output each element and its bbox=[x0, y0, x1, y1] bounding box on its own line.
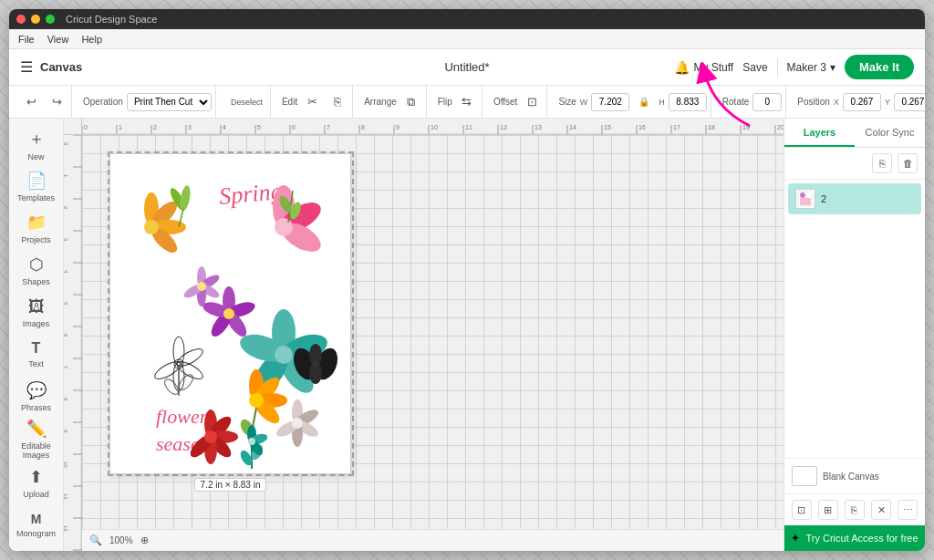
svg-point-104 bbox=[174, 346, 205, 369]
position-section: Position X Y bbox=[794, 86, 925, 118]
sidebar-item-editable[interactable]: ✏️ Editable Images bbox=[13, 419, 60, 460]
design-elements-svg: Spring flower season bbox=[110, 154, 352, 475]
svg-text:10: 10 bbox=[431, 124, 438, 130]
tab-layers[interactable]: Layers bbox=[784, 119, 855, 147]
sidebar-item-upload[interactable]: ⬆ Upload bbox=[13, 463, 60, 502]
sidebar-item-images[interactable]: 🖼 Images bbox=[13, 294, 60, 332]
svg-text:6: 6 bbox=[292, 124, 296, 130]
bell-icon: 🔔 bbox=[674, 60, 690, 75]
ruler-v-svg: 0123456789101112131415 bbox=[64, 135, 82, 551]
group-button[interactable]: ⊡ bbox=[792, 500, 812, 520]
svg-text:6: 6 bbox=[64, 334, 68, 337]
sidebar-editable-label: Editable Images bbox=[13, 441, 60, 460]
ruler-h-svg: 01234567891011121314151617181920 bbox=[82, 119, 784, 135]
undo-button[interactable]: ↩ bbox=[20, 91, 42, 113]
maker-label: Maker 3 bbox=[787, 61, 826, 74]
maker-select-button[interactable]: Maker 3 ▾ bbox=[787, 61, 835, 74]
svg-text:5: 5 bbox=[257, 124, 261, 130]
save-button[interactable]: Save bbox=[742, 61, 767, 74]
sidebar-item-text[interactable]: T Text bbox=[13, 335, 60, 373]
panel-spacer bbox=[784, 218, 925, 458]
arrange-button[interactable]: ⧉ bbox=[400, 91, 422, 113]
canvas-workspace[interactable]: Spring flower season bbox=[82, 135, 784, 529]
size-width-input[interactable] bbox=[591, 93, 629, 111]
hamburger-icon[interactable]: ☰ bbox=[20, 58, 33, 76]
menu-view[interactable]: View bbox=[47, 34, 69, 45]
sidebar-item-new[interactable]: ＋ New bbox=[13, 126, 60, 164]
menu-help[interactable]: Help bbox=[81, 34, 102, 45]
canvas-area[interactable]: 01234567891011121314151617181920 // Gene… bbox=[64, 119, 784, 551]
header-right: 🔔 My Stuff Save Maker 3 ▾ Make It bbox=[674, 55, 914, 79]
edit-copy-button[interactable]: ⎘ bbox=[327, 91, 348, 113]
svg-point-83 bbox=[144, 220, 159, 234]
flip-label: Flip bbox=[438, 97, 452, 107]
maximize-dot[interactable] bbox=[46, 15, 55, 24]
notification-button[interactable]: 🔔 My Stuff bbox=[674, 60, 733, 75]
sidebar-monogram-label: Monogram bbox=[16, 529, 56, 538]
layer-toolbar: ⎘ 🗑 bbox=[784, 148, 925, 180]
sidebar-item-shapes[interactable]: ⬡ Shapes bbox=[13, 252, 60, 290]
operation-select[interactable]: Print Then Cut bbox=[127, 93, 212, 111]
size-height-input[interactable] bbox=[669, 93, 707, 111]
svg-point-111 bbox=[177, 372, 196, 392]
offset-section: Offset ⊡ bbox=[490, 86, 548, 118]
svg-text:14: 14 bbox=[569, 124, 576, 130]
svg-text:4: 4 bbox=[223, 124, 226, 130]
duplicate-button[interactable]: ⎘ bbox=[845, 500, 865, 520]
size-h-label: H bbox=[659, 98, 665, 107]
layer-item[interactable]: 2 bbox=[788, 183, 921, 214]
header-divider bbox=[777, 58, 778, 77]
new-icon: ＋ bbox=[28, 128, 45, 150]
redo-button[interactable]: ↪ bbox=[46, 91, 67, 113]
position-x-input[interactable] bbox=[843, 93, 881, 111]
edit-cut-button[interactable]: ✂ bbox=[301, 91, 323, 113]
lock-ratio-button[interactable]: 🔒 bbox=[633, 91, 655, 113]
history-section: ↩ ↪ bbox=[16, 86, 72, 118]
ungroup-button[interactable]: ⊞ bbox=[818, 500, 838, 520]
app-header: ☰ Canvas Untitled* 🔔 My Stuff Save Maker… bbox=[9, 49, 925, 86]
svg-point-155 bbox=[800, 192, 805, 198]
delete-button[interactable]: ✕ bbox=[871, 500, 891, 520]
offset-button[interactable]: ⊡ bbox=[521, 91, 543, 113]
position-y-input[interactable] bbox=[894, 93, 925, 111]
make-it-button[interactable]: Make It bbox=[845, 55, 914, 79]
offset-label: Offset bbox=[493, 97, 518, 107]
svg-text:11: 11 bbox=[64, 493, 68, 500]
sidebar-new-label: New bbox=[27, 152, 44, 161]
rotate-input[interactable] bbox=[752, 93, 782, 111]
canvas-label: Canvas bbox=[40, 60, 82, 74]
sidebar-item-templates[interactable]: 📄 Templates bbox=[13, 168, 60, 206]
left-sidebar: ＋ New 📄 Templates 📁 Projects ⬡ Shapes 🖼 … bbox=[9, 119, 64, 551]
flip-h-button[interactable]: ⇆ bbox=[456, 91, 478, 113]
try-cricut-banner[interactable]: ✦ Try Cricut Access for free bbox=[784, 525, 925, 551]
window-title: Cricut Design Space bbox=[66, 14, 157, 25]
size-w-label: W bbox=[580, 98, 588, 107]
templates-icon: 📄 bbox=[26, 171, 47, 191]
sidebar-templates-label: Templates bbox=[17, 193, 55, 202]
sidebar-item-projects[interactable]: 📁 Projects bbox=[13, 210, 60, 248]
delete-layer-button[interactable]: 🗑 bbox=[898, 153, 918, 173]
sidebar-item-phrases[interactable]: 💬 Phrases bbox=[13, 377, 60, 415]
minimize-dot[interactable] bbox=[31, 15, 40, 24]
sidebar-shapes-label: Shapes bbox=[22, 277, 50, 286]
svg-text:2: 2 bbox=[153, 124, 157, 130]
tab-color-sync[interactable]: Color Sync bbox=[855, 119, 925, 147]
arrange-section: Arrange ⧉ bbox=[360, 86, 427, 118]
rotate-section: Rotate bbox=[719, 86, 786, 118]
more-button[interactable]: ⋯ bbox=[898, 500, 918, 520]
svg-point-110 bbox=[162, 377, 182, 397]
flip-section: Flip ⇆ bbox=[434, 86, 483, 118]
sidebar-phrases-label: Phrases bbox=[21, 403, 51, 412]
sidebar-upload-label: Upload bbox=[23, 490, 49, 499]
svg-text:7: 7 bbox=[327, 124, 330, 130]
deselect-button[interactable]: Deselect bbox=[227, 91, 266, 113]
sidebar-item-monogram[interactable]: M Monogram bbox=[13, 505, 60, 544]
design-canvas[interactable]: Spring flower season bbox=[109, 153, 351, 474]
svg-rect-154 bbox=[800, 198, 811, 205]
duplicate-layer-button[interactable]: ⎘ bbox=[872, 153, 892, 173]
svg-text:12: 12 bbox=[500, 124, 507, 130]
main-content: ＋ New 📄 Templates 📁 Projects ⬡ Shapes 🖼 … bbox=[9, 119, 925, 551]
menu-file[interactable]: File bbox=[18, 34, 35, 45]
close-dot[interactable] bbox=[16, 15, 26, 24]
svg-point-127 bbox=[249, 393, 264, 408]
